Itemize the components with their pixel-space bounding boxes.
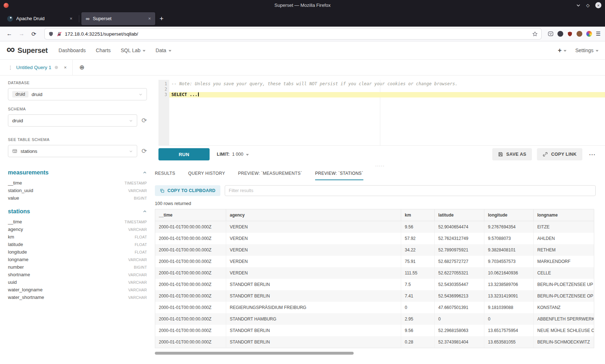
window-close-button[interactable]: × — [595, 2, 601, 8]
cell-latitude: 52.5430355447 — [435, 279, 484, 290]
run-button[interactable]: RUN — [158, 148, 210, 160]
chevron-down-icon — [169, 50, 171, 52]
tab-query-history[interactable]: QUERY HISTORY — [188, 171, 225, 180]
window-icon — [4, 3, 9, 8]
cell-km: 7.5 — [401, 279, 435, 290]
table-select[interactable]: stations — [8, 145, 137, 157]
drag-handle-icon[interactable]: ⋮ — [8, 65, 13, 70]
cell-longitude: 0 — [484, 313, 534, 325]
cell-longname: RETHEM — [534, 244, 594, 256]
tab-results[interactable]: RESULTS — [155, 171, 175, 180]
pocket-icon[interactable] — [548, 31, 554, 37]
cell-time: 2000-01-01T00:00:00.000Z — [155, 233, 226, 244]
url-text[interactable]: 172.18.0.4:32251/superset/sqllab/ — [65, 31, 529, 37]
query-tab-close-icon[interactable]: × — [64, 65, 67, 70]
pane-resize-handle[interactable]: ····· — [155, 163, 605, 169]
nav-item-data[interactable]: Data — [156, 47, 171, 53]
rows-returned-text: 100 rows returned — [155, 201, 605, 206]
cell-km: 34.22 — [401, 244, 435, 256]
editor-gutter: 123 — [158, 80, 169, 145]
cell-latitude: 52.2968158063 — [435, 325, 484, 336]
tab-preview-stations[interactable]: PREVIEW: `STATIONS` — [315, 171, 363, 180]
header-km[interactable]: km — [401, 209, 435, 221]
header-longitude[interactable]: longitude — [484, 209, 534, 221]
save-as-button[interactable]: SAVE AS — [492, 148, 532, 160]
table-section-title: stations — [8, 208, 30, 215]
cell-latitude: 47.6607501391 — [435, 302, 484, 313]
column-type: VARCHAR — [128, 188, 147, 193]
cell-time: 2000-01-01T00:00:00.000Z — [155, 290, 226, 302]
schema-select[interactable]: druid — [8, 114, 137, 127]
cell-agency: REGIERUNGSPRÄSIDIUM FREIBURG — [226, 302, 401, 313]
refresh-tables-icon[interactable]: ⟳ — [142, 148, 147, 154]
ublock-icon[interactable] — [567, 31, 573, 37]
header-time[interactable]: __time — [155, 209, 226, 221]
shield-icon[interactable] — [48, 31, 54, 37]
cell-longname: EITZE — [534, 221, 594, 233]
window-minimize-button[interactable] — [576, 3, 581, 8]
extension-icon-1[interactable] — [557, 31, 563, 37]
browser-tab-superset[interactable]: ∞ Superset × — [81, 12, 155, 25]
column-name: longname — [8, 257, 28, 262]
cell-longitude: 13.653581055 — [484, 336, 534, 348]
reload-button[interactable]: ⟳ — [29, 29, 39, 39]
window-maximize-button[interactable]: ◇ — [586, 3, 590, 8]
table-row: 2000-01-01T00:00:00.000Z STANDORT BERLIN… — [155, 336, 594, 348]
database-value: druid — [32, 92, 42, 97]
forward-button[interactable]: → — [17, 29, 27, 39]
chevron-down-icon — [246, 154, 249, 156]
cell-km: 75.91 — [401, 256, 435, 267]
cell-km: 7.41 — [401, 290, 435, 302]
nav-item-dashboards[interactable]: Dashboards — [59, 47, 86, 53]
new-item-button[interactable]: + — [558, 47, 567, 54]
cell-time: 2000-01-01T00:00:00.000Z — [155, 325, 226, 336]
filter-results-input[interactable] — [225, 185, 596, 196]
nav-item-charts[interactable]: Charts — [96, 47, 111, 53]
header-agency[interactable]: agency — [226, 209, 401, 221]
tab-close-icon[interactable]: × — [70, 16, 72, 21]
superset-logo[interactable]: ∞ Superset — [6, 46, 48, 55]
url-bar[interactable]: 172.18.0.4:32251/superset/sqllab/ — [45, 28, 541, 39]
menu-icon[interactable]: ☰ — [596, 31, 601, 37]
refresh-schema-icon[interactable]: ⟳ — [142, 117, 147, 124]
query-tabstrip: ⋮ Untitled Query 1 × ⊕ — [0, 60, 605, 76]
header-longname[interactable]: longname — [534, 209, 594, 221]
cell-longname: KONSTANZ — [534, 302, 594, 313]
cell-longname: CELLE — [534, 267, 594, 279]
extension-icon-2[interactable] — [577, 31, 582, 37]
extension-icon-3[interactable] — [586, 31, 592, 37]
copy-link-button[interactable]: COPY LINK — [537, 148, 582, 160]
brand-name: Superset — [18, 46, 48, 55]
tab-preview-measurements[interactable]: PREVIEW: `MEASUREMENTS` — [238, 171, 302, 180]
sql-lab-sidebar: DATABASE druid druid SCHEMA druid ⟳ SEE … — [0, 76, 155, 364]
nav-item-sql-lab[interactable]: SQL Lab — [121, 47, 145, 53]
column-type: TIMESTAMP — [125, 181, 147, 185]
tab-close-icon[interactable]: × — [148, 16, 151, 21]
add-query-tab-button[interactable]: ⊕ — [73, 60, 91, 75]
more-options-button[interactable]: ⋯ — [589, 151, 596, 158]
chevron-down-icon — [129, 119, 133, 123]
sql-editor[interactable]: 123 -- Note: Unless you save your query,… — [158, 80, 605, 146]
header-latitude[interactable]: latitude — [435, 209, 484, 221]
connection-status-dot — [55, 66, 58, 69]
browser-tab-apache-druid[interactable]: Apache Druid × — [3, 12, 77, 25]
copy-to-clipboard-button[interactable]: COPY TO CLIPBOARD — [155, 185, 220, 196]
cell-longitude: 13.6517575954 — [484, 325, 534, 336]
lock-slash-icon[interactable] — [57, 31, 62, 37]
settings-menu[interactable]: Settings — [575, 47, 599, 53]
bookmark-star-icon[interactable] — [532, 31, 538, 37]
column-name: water_longname — [8, 287, 42, 292]
collapse-chevron-up-icon[interactable] — [143, 170, 147, 175]
editor-code-area[interactable]: -- Note: Unless you save your query, the… — [169, 80, 605, 145]
cell-longitude: 10.0621640936 — [484, 267, 534, 279]
horizontal-scrollbar[interactable] — [155, 352, 354, 355]
database-select[interactable]: druid druid — [8, 88, 147, 100]
cell-longname: BERLIN-PLOETZENSEE OP — [534, 290, 594, 302]
new-tab-button[interactable]: + — [155, 15, 168, 23]
table-icon — [12, 149, 17, 154]
limit-dropdown[interactable]: LIMIT: 1 000 — [217, 152, 249, 157]
collapse-chevron-up-icon[interactable] — [143, 209, 147, 214]
cell-longitude: 13.3238589706 — [484, 279, 534, 290]
query-tab-untitled-1[interactable]: ⋮ Untitled Query 1 × — [6, 60, 73, 75]
back-button[interactable]: ← — [4, 29, 14, 39]
